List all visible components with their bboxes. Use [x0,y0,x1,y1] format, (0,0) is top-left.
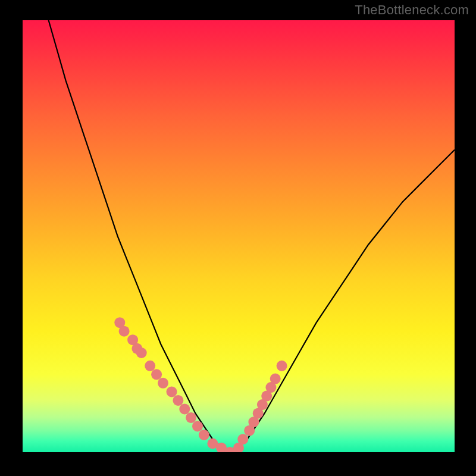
marker-dot [151,369,162,380]
chart-frame: TheBottleneck.com [0,0,476,476]
marker-dot [192,421,203,431]
marker-dot [173,395,183,406]
marker-dot [167,386,177,397]
plot-area [23,20,455,452]
marker-dot [277,361,287,371]
watermark-text: TheBottleneck.com [355,2,469,18]
marker-dot [158,378,168,389]
marker-dot [119,326,130,337]
marker-dot [199,430,209,440]
marker-layer [23,20,455,452]
marker-dot [145,361,155,371]
marker-group [114,317,287,452]
marker-dot [270,374,281,384]
marker-dot [186,412,196,423]
marker-dot [237,434,248,444]
marker-dot [179,403,190,414]
marker-dot [136,347,147,358]
